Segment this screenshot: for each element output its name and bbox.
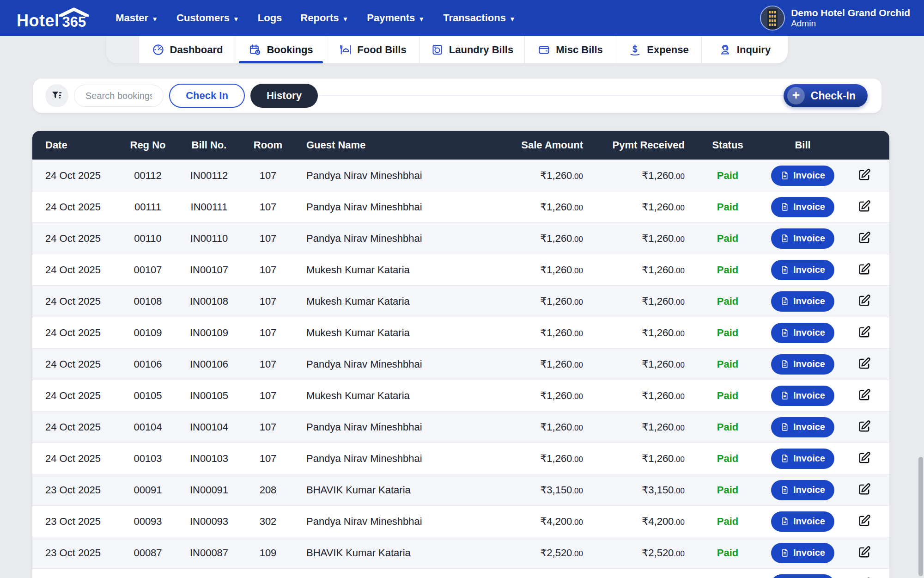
- invoice-button[interactable]: Invoice: [771, 323, 834, 343]
- bookings-calendar-icon: [249, 43, 261, 56]
- col-header-guest-name: Guest Name: [298, 139, 501, 151]
- filter-button[interactable]: [45, 84, 68, 107]
- user-account[interactable]: Demo Hotel Grand Orchid Admin: [760, 0, 910, 36]
- cell-reg-no: 00111: [116, 201, 180, 213]
- cell-sale-amount: ₹1,260.00: [501, 327, 587, 339]
- cell-pymt-received: ₹1,260.00: [587, 390, 688, 402]
- nav-item-master[interactable]: Master▼: [116, 12, 158, 24]
- cell-date: 24 Oct 2025: [32, 264, 116, 276]
- edit-booking-button[interactable]: [856, 418, 873, 437]
- edit-booking-button[interactable]: [856, 544, 873, 562]
- top-navbar: Hotel 365 Master▼ Customers▼ Logs Report…: [0, 0, 924, 36]
- invoice-button[interactable]: Invoice: [771, 417, 834, 437]
- invoice-button[interactable]: Invoice: [771, 291, 834, 312]
- tab-inquiry[interactable]: Inquiry: [701, 36, 788, 63]
- tab-expense[interactable]: Expense: [616, 36, 701, 63]
- edit-booking-button[interactable]: [856, 575, 873, 578]
- cell-bill-no: IN00104: [180, 421, 238, 433]
- invoice-button[interactable]: Invoice: [771, 543, 834, 563]
- cell-date: 24 Oct 2025: [32, 201, 116, 213]
- user-name: Demo Hotel Grand Orchid: [791, 7, 910, 18]
- invoice-button[interactable]: Invoice: [771, 260, 834, 280]
- nav-item-payments[interactable]: Payments▼: [367, 12, 425, 24]
- invoice-button[interactable]: Invoice: [771, 354, 834, 375]
- invoice-button[interactable]: Invoice: [771, 197, 834, 217]
- cell-date: 24 Oct 2025: [32, 358, 116, 370]
- cell-pymt-received: ₹2,520.00: [587, 547, 688, 559]
- tab-dashboard[interactable]: Dashboard: [139, 36, 236, 63]
- cell-bill-no: IN00109: [180, 327, 238, 339]
- status-badge: Paid: [688, 201, 767, 213]
- status-badge: Paid: [688, 295, 767, 307]
- brand-name-365: 365: [60, 6, 88, 31]
- cell-pymt-received: ₹1,260.00: [587, 295, 688, 307]
- user-role: Admin: [791, 18, 910, 29]
- invoice-button-label: Invoice: [793, 202, 825, 212]
- expense-icon: [629, 43, 641, 56]
- invoice-button[interactable]: Invoice: [771, 480, 834, 500]
- table-row: 24 Oct 2025 00107 IN00107 107 Mukesh Kum…: [32, 254, 889, 285]
- cell-room: 302: [238, 516, 298, 528]
- check-in-filter-button[interactable]: Check In: [169, 84, 245, 108]
- edit-booking-button[interactable]: [856, 324, 873, 342]
- tab-bookings[interactable]: Bookings: [236, 36, 326, 63]
- cell-bill-no: IN00106: [180, 358, 238, 370]
- filter-toolbar: Check In History + Check-In: [33, 79, 881, 113]
- cell-guest-name: Pandya Nirav Mineshbhai: [298, 516, 501, 528]
- edit-booking-button[interactable]: [856, 387, 873, 405]
- invoice-button[interactable]: Invoice: [771, 511, 834, 532]
- new-checkin-button[interactable]: + Check-In: [784, 84, 868, 107]
- edit-booking-button[interactable]: [856, 292, 873, 311]
- chevron-down-icon: ▼: [152, 15, 158, 23]
- tab-food-bills[interactable]: Food Bills: [326, 36, 419, 63]
- cell-guest-name: Pandya Nirav Mineshbhai: [298, 201, 501, 213]
- table-row: 24 Oct 2025 00106 IN00106 107 Pandya Nir…: [32, 348, 889, 380]
- cell-room: 107: [238, 233, 298, 245]
- edit-booking-button[interactable]: [856, 449, 873, 468]
- cell-bill-no: IN00108: [180, 295, 238, 307]
- history-filter-button[interactable]: History: [250, 84, 318, 108]
- cell-sale-amount: ₹1,260.00: [501, 233, 587, 245]
- edit-booking-button[interactable]: [856, 481, 873, 499]
- edit-booking-button[interactable]: [856, 198, 873, 216]
- cell-date: 23 Oct 2025: [32, 516, 116, 528]
- cell-guest-name: Pandya Nirav Mineshbhai: [298, 358, 501, 370]
- edit-booking-button[interactable]: [856, 261, 873, 279]
- edit-booking-button[interactable]: [856, 512, 873, 531]
- plus-icon: +: [787, 87, 805, 105]
- edit-booking-button[interactable]: [856, 355, 873, 374]
- invoice-button[interactable]: Invoice: [771, 386, 834, 406]
- tab-misc-bills[interactable]: Misc Bills: [524, 36, 616, 63]
- brand-logo[interactable]: Hotel 365: [17, 6, 88, 31]
- cell-pymt-received: ₹3,150.00: [587, 484, 688, 496]
- tab-laundry-bills[interactable]: Laundry Bills: [419, 36, 524, 63]
- cell-room: 107: [238, 170, 298, 182]
- edit-booking-button[interactable]: [856, 229, 873, 248]
- edit-pencil-icon: [857, 200, 871, 213]
- cell-bill-no: IN00087: [180, 547, 238, 559]
- nav-item-transactions[interactable]: Transactions▼: [443, 12, 516, 24]
- col-header-bill: Bill: [767, 139, 839, 151]
- col-header-pymt-received: Pymt Received: [587, 139, 688, 151]
- nav-item-customers[interactable]: Customers▼: [176, 12, 239, 24]
- edit-booking-button[interactable]: [856, 166, 873, 185]
- invoice-button-label: Invoice: [793, 170, 825, 181]
- cell-guest-name: Pandya Nirav Mineshbhai: [298, 453, 501, 465]
- invoice-button[interactable]: Invoice: [771, 574, 834, 578]
- invoice-document-icon: [780, 360, 789, 369]
- invoice-button[interactable]: Invoice: [771, 166, 834, 186]
- invoice-button-label: Invoice: [793, 422, 825, 432]
- invoice-button[interactable]: Invoice: [771, 449, 834, 469]
- cell-guest-name: BHAVIK Kumar Kataria: [298, 547, 501, 559]
- chevron-down-icon: ▼: [233, 15, 239, 23]
- nav-item-reports[interactable]: Reports▼: [300, 12, 348, 24]
- invoice-button[interactable]: Invoice: [771, 228, 834, 249]
- cell-pymt-received: ₹1,260.00: [587, 264, 688, 276]
- search-input[interactable]: [74, 85, 164, 107]
- chevron-down-icon: ▼: [342, 15, 348, 23]
- status-badge: Paid: [688, 484, 767, 496]
- scrollbar-thumb[interactable]: [918, 457, 923, 576]
- table-row: 23 Oct 2025 00087 IN00087 109 BHAVIK Kum…: [32, 537, 889, 568]
- col-header-reg-no: Reg No: [116, 139, 180, 151]
- nav-item-logs[interactable]: Logs: [258, 12, 282, 24]
